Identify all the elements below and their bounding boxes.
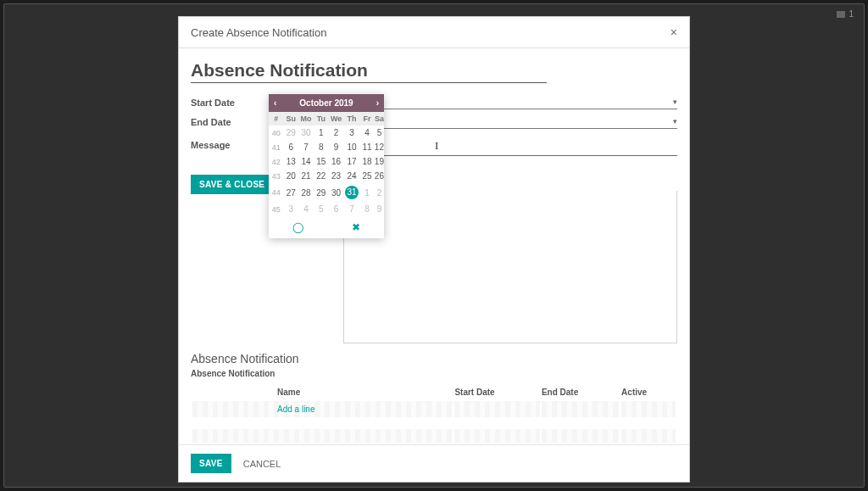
datepicker-header-cell: Tu (314, 112, 329, 126)
chevron-down-icon[interactable]: ▾ (673, 98, 677, 106)
datepicker-day[interactable]: 5 (314, 202, 329, 216)
week-number: 45 (269, 202, 283, 216)
datepicker-day[interactable]: 16 (329, 154, 344, 169)
datepicker-day[interactable]: 4 (359, 126, 375, 140)
datepicker-day[interactable]: 13 (283, 154, 298, 169)
add-line-link[interactable]: Add a line (277, 405, 314, 414)
datepicker-day[interactable]: 2 (375, 183, 384, 202)
week-number: 40 (269, 126, 283, 140)
datepicker-day[interactable]: 4 (298, 202, 314, 216)
page-title: Absence Notification (191, 60, 547, 83)
save-and-close-button[interactable]: SAVE & CLOSE (191, 175, 273, 194)
datepicker-day[interactable]: 31 (344, 183, 360, 202)
datepicker-day[interactable]: 20 (283, 169, 298, 183)
datepicker-day[interactable]: 25 (359, 169, 375, 183)
datepicker-day[interactable]: 3 (344, 126, 360, 140)
week-number: 43 (269, 169, 283, 183)
datepicker-day[interactable]: 10 (344, 140, 360, 154)
datepicker-day[interactable]: 26 (375, 169, 384, 183)
window-icon (837, 11, 845, 18)
modal-dialog: Create Absence Notification × Absence No… (178, 16, 690, 483)
datepicker-day[interactable]: 9 (375, 202, 384, 216)
end-date-label: End Date (191, 117, 269, 127)
datepicker-day[interactable]: 17 (344, 154, 360, 169)
column-header: Start Date (454, 385, 540, 399)
datepicker-day[interactable]: 7 (344, 202, 360, 216)
chevron-down-icon[interactable]: ▾ (673, 117, 677, 126)
notifications-table: NameStart DateEnd DateActive Add a line (191, 383, 677, 444)
datepicker-day[interactable]: 12 (375, 140, 384, 154)
datepicker-day[interactable]: 14 (298, 154, 314, 169)
datepicker-day[interactable]: 9 (329, 140, 344, 154)
datepicker-month: October 2019 (299, 98, 353, 108)
datepicker-header-cell: Fr (359, 112, 375, 126)
datepicker-day[interactable]: 30 (329, 183, 344, 202)
datepicker-close-icon[interactable]: ✖ (352, 221, 360, 233)
datepicker-day[interactable]: 7 (298, 140, 314, 154)
datepicker-header-cell: # (269, 112, 283, 126)
datepicker-header-cell: Mo (298, 112, 314, 126)
text-cursor-icon: I (435, 139, 438, 153)
datepicker-popup: ‹ October 2019 › #SuMoTuWeThFrSa 4029301… (269, 94, 384, 238)
list-section-title: Absence Notification (191, 352, 677, 365)
content-pane (343, 191, 677, 343)
datepicker-day[interactable]: 6 (283, 140, 298, 154)
dialog-footer: SAVE CANCEL (179, 444, 689, 482)
column-header: End Date (542, 385, 620, 399)
datepicker-header-cell: We (329, 112, 344, 126)
datepicker-clock-icon[interactable]: ◯ (292, 221, 303, 233)
datepicker-day[interactable]: 6 (329, 202, 344, 216)
datepicker-day[interactable]: 23 (329, 169, 344, 183)
datepicker-day[interactable]: 30 (298, 126, 314, 140)
datepicker-day[interactable]: 29 (283, 126, 298, 140)
datepicker-day[interactable]: 1 (359, 183, 375, 202)
cancel-link[interactable]: CANCEL (243, 459, 281, 469)
datepicker-day[interactable]: 5 (375, 126, 384, 140)
datepicker-day[interactable]: 15 (314, 154, 329, 169)
list-subheader: Absence Notification (191, 369, 677, 378)
list-section: Absence Notification Absence Notificatio… (179, 343, 689, 444)
column-header: Name (192, 385, 453, 399)
close-icon[interactable]: × (670, 25, 677, 39)
datepicker-header-cell: Th (344, 112, 360, 126)
datepicker-day[interactable]: 27 (283, 183, 298, 202)
datepicker-day[interactable]: 11 (359, 140, 375, 154)
prev-month-icon[interactable]: ‹ (274, 98, 276, 108)
week-number: 42 (269, 154, 283, 169)
datepicker-day[interactable]: 2 (329, 126, 344, 140)
datepicker-header-cell: Sa (375, 112, 384, 126)
datepicker-header-cell: Su (283, 112, 298, 126)
week-number: 44 (269, 183, 283, 202)
datepicker-day[interactable]: 24 (344, 169, 360, 183)
datepicker-day[interactable]: 8 (314, 140, 329, 154)
datepicker-day[interactable]: 8 (359, 202, 375, 216)
form: Start Date 10/01/2019 16:18:49 ▾ End Dat… (191, 95, 677, 194)
window-controls: 1 (837, 9, 854, 19)
window-count: 1 (849, 9, 854, 19)
week-number: 41 (269, 140, 283, 154)
datepicker-day[interactable]: 1 (314, 126, 329, 140)
datepicker-day[interactable]: 29 (314, 183, 329, 202)
footer-save-button[interactable]: SAVE (191, 454, 231, 473)
datepicker-day[interactable]: 21 (298, 169, 314, 183)
dialog-title: Create Absence Notification (191, 26, 326, 39)
start-date-label: Start Date (191, 98, 269, 108)
message-label: Message (191, 140, 269, 150)
datepicker-day[interactable]: 18 (359, 154, 375, 169)
datepicker-day[interactable]: 3 (283, 202, 298, 216)
datepicker-day[interactable]: 28 (298, 183, 314, 202)
column-header: Active (621, 385, 676, 399)
datepicker-day[interactable]: 22 (314, 169, 329, 183)
datepicker-grid: #SuMoTuWeThFrSa 402930123454167891011124… (269, 112, 384, 216)
next-month-icon[interactable]: › (376, 98, 379, 108)
datepicker-day[interactable]: 19 (375, 154, 384, 169)
